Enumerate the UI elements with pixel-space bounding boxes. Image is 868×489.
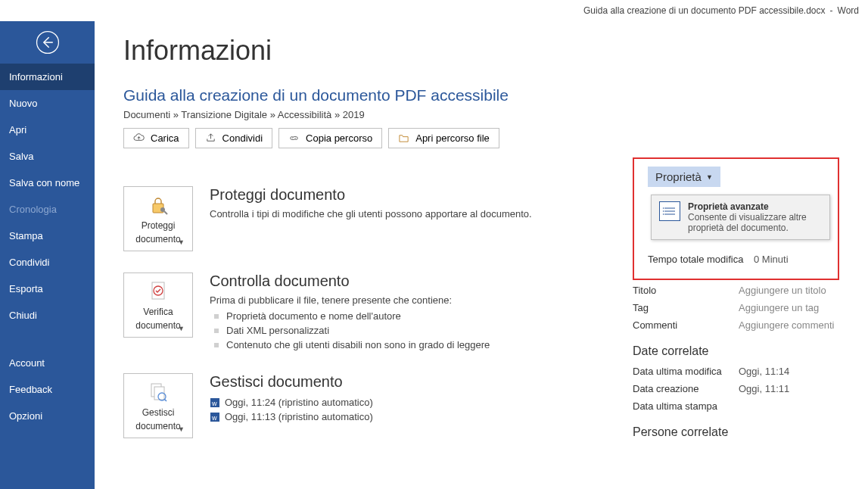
version-label: Oggi, 11:24 (ripristino automatico) (225, 397, 373, 408)
back-button[interactable] (0, 21, 95, 64)
svg-point-16 (663, 207, 664, 209)
sidebar-item-label: Account (9, 357, 45, 369)
sidebar-item-label: Chiudi (9, 310, 37, 321)
prop-row-modified: Data ultima modifica Oggi, 11:14 (633, 363, 839, 380)
prop-row-title[interactable]: Titolo Aggiungere un titolo (633, 282, 839, 299)
prop-value: Oggi, 11:11 (739, 383, 789, 394)
inspect-document-button[interactable]: Verifica documento ▼ (123, 273, 193, 338)
protect-document-button[interactable]: Proteggi documento ▼ (123, 186, 193, 251)
inspect-title: Controlla documento (210, 273, 490, 290)
chevron-down-icon: ▼ (178, 238, 185, 246)
sidebar-item-label: Feedback (9, 384, 52, 395)
properties-list-icon (659, 201, 680, 221)
button-label-2: documento (135, 234, 180, 244)
cloud-upload-icon (133, 132, 145, 144)
lock-key-icon (146, 193, 170, 217)
prop-label: Tempo totale modifica (648, 254, 754, 265)
protect-section: Proteggi documento ▼ Proteggi documento … (123, 186, 613, 251)
manage-title: Gestisci documento (210, 373, 373, 391)
protect-desc: Controlla i tipi di modifiche che gli ut… (210, 208, 532, 220)
sidebar-item-label: Apri (9, 124, 26, 135)
button-label-1: Gestisci (142, 407, 175, 418)
tooltip-desc: Consente di visualizzare altre proprietà… (688, 212, 822, 233)
tooltip-title: Proprietà avanzate (688, 201, 822, 212)
prop-placeholder: Aggiungere un titolo (739, 285, 826, 296)
sidebar-item-opzioni[interactable]: Opzioni (0, 403, 95, 429)
action-button-row: Carica Condividi Copia percorso Apri per… (123, 128, 613, 148)
link-icon (288, 132, 300, 144)
share-button[interactable]: Condividi (195, 128, 272, 148)
sidebar-item-salva[interactable]: Salva (0, 143, 95, 170)
prop-placeholder: Aggiungere commenti (739, 319, 834, 331)
version-item[interactable]: w Oggi, 11:13 (ripristino automatico) (210, 410, 373, 424)
button-label: Carica (151, 132, 179, 144)
sidebar-item-esporta[interactable]: Esporta (0, 276, 95, 302)
prop-placeholder: Aggiungere un tag (739, 302, 819, 313)
prop-value: Oggi, 11:14 (739, 366, 789, 377)
titlebar-app: Word (838, 5, 859, 16)
inspect-section: Verifica documento ▼ Controlla documento… (123, 273, 613, 352)
prop-label: Data creazione (633, 383, 739, 394)
sidebar-item-nuovo[interactable]: Nuovo (0, 90, 95, 117)
prop-label: Commenti (633, 319, 739, 331)
sidebar-item-chiudi[interactable]: Chiudi (0, 302, 95, 329)
sidebar-item-apri[interactable]: Apri (0, 117, 95, 143)
chevron-down-icon: ▼ (706, 173, 713, 181)
inspect-item: Proprietà documento e nome dell'autore (210, 309, 490, 323)
chevron-down-icon: ▼ (178, 425, 185, 433)
sidebar-item-label: Condividi (9, 257, 49, 268)
sidebar-item-label: Salva (9, 151, 34, 162)
share-icon (205, 132, 216, 144)
advanced-properties-tooltip[interactable]: Proprietà avanzate Consente di visualizz… (651, 195, 830, 240)
inspect-lead: Prima di pubblicare il file, tenere pres… (210, 294, 490, 306)
people-heading: Persone correlate (633, 425, 839, 439)
check-document-icon (146, 279, 170, 304)
sidebar-item-label: Cronologia (9, 204, 57, 215)
button-label: Copia percorso (306, 132, 372, 144)
dropdown-label: Proprietà (655, 170, 702, 183)
prop-label: Titolo (633, 285, 739, 296)
prop-row-created: Data creazione Oggi, 11:11 (633, 380, 839, 397)
button-label-1: Proteggi (142, 220, 176, 231)
version-item[interactable]: w Oggi, 11:24 (ripristino automatico) (210, 395, 373, 410)
upload-button[interactable]: Carica (123, 128, 189, 148)
sidebar-item-label: Esporta (9, 283, 43, 294)
version-label: Oggi, 11:13 (ripristino automatico) (225, 411, 373, 422)
button-label-2: documento (135, 421, 180, 431)
titlebar-sep: - (830, 5, 833, 16)
dates-heading: Date correlate (633, 344, 839, 358)
sidebar-item-informazioni[interactable]: Informazioni (0, 64, 95, 90)
sidebar-item-stampa[interactable]: Stampa (0, 223, 95, 249)
svg-text:w: w (211, 400, 217, 407)
manage-section: Gestisci documento ▼ Gestisci documento … (123, 373, 613, 438)
word-document-icon: w (210, 397, 220, 408)
button-label-1: Verifica (143, 307, 173, 317)
sidebar-item-account[interactable]: Account (0, 350, 95, 376)
button-label: Condividi (222, 132, 263, 144)
open-path-button[interactable]: Apri percorso file (388, 128, 499, 148)
manage-document-button[interactable]: Gestisci documento ▼ (123, 373, 193, 438)
inspect-item: Dati XML personalizzati (210, 323, 490, 338)
word-document-icon: w (210, 412, 220, 422)
sidebar-item-label: Stampa (9, 230, 43, 241)
titlebar: Guida alla creazione di un documento PDF… (0, 0, 868, 21)
copy-path-button[interactable]: Copia percorso (278, 128, 382, 148)
breadcrumb: Documenti » Transizione Digitale » Acces… (123, 109, 613, 120)
sidebar-item-label: Opzioni (9, 410, 42, 422)
chevron-down-icon: ▼ (178, 325, 185, 332)
prop-label: Tag (633, 302, 739, 313)
document-title: Guida alla creazione di un documento PDF… (123, 86, 613, 104)
sidebar-item-label: Nuovo (9, 98, 38, 109)
prop-label: Data ultima modifica (633, 366, 739, 377)
prop-row-edit-time: Tempo totale modifica 0 Minuti (648, 251, 830, 268)
page-title: Informazioni (123, 35, 613, 67)
svg-point-17 (663, 210, 664, 212)
prop-row-tag[interactable]: Tag Aggiungere un tag (633, 299, 839, 316)
prop-row-comments[interactable]: Commenti Aggiungere commenti (633, 316, 839, 334)
sidebar-item-salva-con-nome[interactable]: Salva con nome (0, 170, 95, 196)
prop-label: Data ultima stampa (633, 400, 739, 412)
sidebar-item-feedback[interactable]: Feedback (0, 376, 95, 403)
properties-dropdown[interactable]: Proprietà ▼ (648, 167, 720, 187)
sidebar-item-condividi[interactable]: Condividi (0, 249, 95, 276)
button-label: Apri percorso file (415, 132, 490, 144)
